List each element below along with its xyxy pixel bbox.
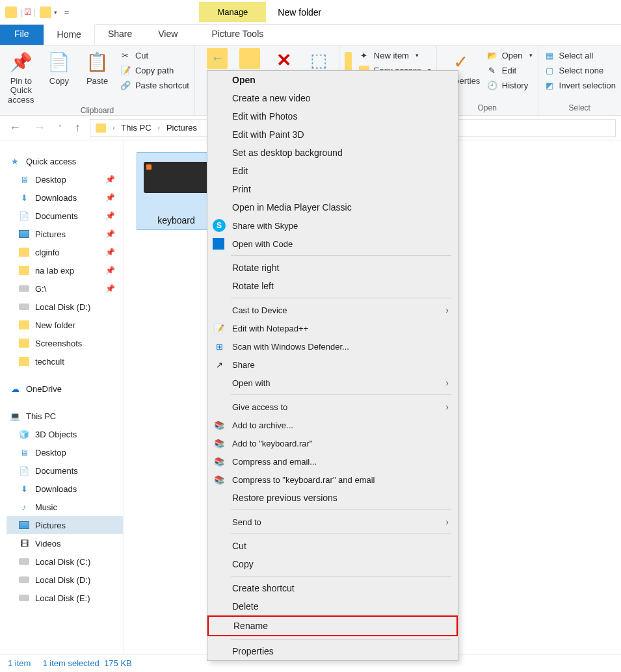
tree-g[interactable]: G:\📌: [7, 279, 123, 298]
tree-nalab[interactable]: na lab exp📌: [7, 261, 123, 279]
ctx-notepad[interactable]: 📝Edit with Notepad++: [207, 319, 458, 337]
shortcut-icon: 🔗: [120, 79, 131, 91]
delete-icon[interactable]: ✕: [272, 48, 295, 71]
recent-dropdown[interactable]: ˅: [55, 124, 66, 131]
tree-onedrive[interactable]: ☁OneDrive: [7, 380, 123, 398]
tree-downloads2[interactable]: ⬇Downloads: [7, 480, 123, 498]
forward-button[interactable]: →: [30, 121, 49, 135]
chevron-right-icon[interactable]: ›: [112, 124, 114, 131]
qat-checkbox-icon[interactable]: ☑: [24, 7, 32, 17]
tree-thispc[interactable]: 💻This PC: [7, 407, 123, 425]
up-button[interactable]: ↑: [71, 121, 85, 135]
ctx-open[interactable]: Open: [207, 71, 458, 89]
quick-access[interactable]: ★Quick access: [7, 152, 123, 170]
edit-button[interactable]: ✎Edit: [486, 64, 533, 76]
tree-documents[interactable]: 📄Documents📌: [7, 207, 123, 225]
share-icon: ↗: [213, 358, 226, 371]
copy-path-button[interactable]: 📝Copy path: [120, 64, 189, 76]
manage-tab[interactable]: Manage: [199, 2, 266, 22]
ctx-create-shortcut[interactable]: Create shortcut: [207, 579, 458, 597]
tree-newfolder[interactable]: New folder: [7, 316, 123, 334]
pin-icon: 📌: [9, 51, 33, 74]
qat-separator: |: [21, 7, 23, 17]
tree-desktop[interactable]: 🖥Desktop📌: [7, 170, 123, 188]
rename-icon[interactable]: ⬚: [307, 48, 330, 71]
tree-techcult[interactable]: techcult: [7, 352, 123, 370]
breadcrumb-pictures[interactable]: Pictures: [166, 123, 197, 133]
grid-empty-icon: ▢: [544, 64, 555, 76]
cut-button[interactable]: ✂Cut: [120, 49, 189, 61]
invert-selection-button[interactable]: ◩Invert selection: [544, 79, 616, 91]
download-icon: ⬇: [18, 192, 30, 203]
file-item-keyboard[interactable]: keyboard: [137, 152, 216, 230]
notepad-icon: 📝: [213, 322, 226, 335]
invert-icon: ◩: [544, 79, 555, 91]
ctx-compress-rar-email[interactable]: 📚Compress to "keyboard.rar" and email: [207, 471, 458, 489]
pin-quick-access-button[interactable]: 📌 Pin to Quick access: [5, 48, 37, 105]
copyto-icon[interactable]: [239, 48, 260, 69]
open-button[interactable]: 📂Open▾: [486, 49, 533, 61]
ctx-share[interactable]: ↗Share: [207, 355, 458, 374]
ctx-cast[interactable]: Cast to Device›: [207, 301, 458, 319]
select-none-button[interactable]: ▢Select none: [544, 64, 616, 76]
share-tab[interactable]: Share: [95, 25, 145, 45]
tree-ldc[interactable]: Local Disk (C:): [7, 552, 123, 571]
new-item-button[interactable]: ✦New item▾: [358, 49, 431, 61]
home-tab[interactable]: Home: [44, 24, 95, 45]
ctx-edit[interactable]: Edit: [207, 162, 458, 180]
ctx-paint3d[interactable]: Edit with Paint 3D: [207, 125, 458, 144]
tree-ldd[interactable]: Local Disk (D:): [7, 298, 123, 316]
ctx-rename[interactable]: Rename: [207, 615, 458, 636]
breadcrumb-thispc[interactable]: This PC: [121, 123, 151, 133]
ctx-skype[interactable]: SShare with Skype: [207, 216, 458, 235]
ctx-restore-versions[interactable]: Restore previous versions: [207, 489, 458, 507]
ctx-code[interactable]: Open with Code: [207, 235, 458, 253]
open-icon: 📂: [486, 49, 498, 61]
tree-lde[interactable]: Local Disk (E:): [7, 589, 123, 607]
tree-pictures2[interactable]: Pictures: [7, 516, 123, 534]
ctx-cut[interactable]: Cut: [207, 537, 458, 555]
ctx-open-with[interactable]: Open with›: [207, 374, 458, 392]
ctx-edit-photos[interactable]: Edit with Photos: [207, 107, 458, 125]
tree-downloads[interactable]: ⬇Downloads📌: [7, 188, 123, 207]
tree-videos[interactable]: 🎞Videos: [7, 534, 123, 552]
ctx-properties[interactable]: Properties: [207, 642, 458, 660]
separator: [231, 534, 451, 534]
tree-ldd2[interactable]: Local Disk (D:): [7, 571, 123, 589]
select-all-button[interactable]: ▦Select all: [544, 49, 616, 61]
ctx-mpc[interactable]: Open in Media Player Classic: [207, 198, 458, 216]
chevron-right-icon[interactable]: ›: [158, 124, 160, 131]
ctx-print[interactable]: Print: [207, 180, 458, 198]
ctx-set-background[interactable]: Set as desktop background: [207, 144, 458, 162]
ctx-compress-email[interactable]: 📚Compress and email...: [207, 452, 458, 471]
ctx-archive[interactable]: 📚Add to archive...: [207, 416, 458, 434]
picture-tools-tab[interactable]: Picture Tools: [198, 25, 276, 45]
ctx-copy[interactable]: Copy: [207, 555, 458, 573]
tree-screenshots[interactable]: Screenshots: [7, 334, 123, 352]
tree-music[interactable]: ♪Music: [7, 498, 123, 516]
qat-dropdown-icon[interactable]: ▾: [54, 9, 60, 16]
ctx-defender[interactable]: ⊞Scan with Windows Defender...: [207, 337, 458, 355]
tree-clginfo[interactable]: clginfo📌: [7, 243, 123, 261]
tree-3dobjects[interactable]: 🧊3D Objects: [7, 425, 123, 443]
ctx-send-to[interactable]: Send to›: [207, 513, 458, 531]
ctx-add-rar[interactable]: 📚Add to "keyboard.rar": [207, 434, 458, 452]
ctx-give-access[interactable]: Give access to›: [207, 398, 458, 416]
copy-button[interactable]: 📄 Copy: [44, 48, 75, 86]
view-tab[interactable]: View: [145, 25, 191, 45]
ctx-rotate-left[interactable]: Rotate left: [207, 277, 458, 295]
tree-documents2[interactable]: 📄Documents: [7, 461, 123, 480]
ctx-delete[interactable]: Delete: [207, 597, 458, 615]
paste-button[interactable]: 📋 Paste: [81, 48, 113, 86]
file-tab[interactable]: File: [0, 25, 44, 45]
paste-shortcut-button[interactable]: 🔗Paste shortcut: [120, 79, 189, 91]
back-button[interactable]: ←: [5, 121, 25, 135]
moveto-icon[interactable]: ←: [207, 48, 228, 69]
ctx-rotate-right[interactable]: Rotate right: [207, 259, 458, 277]
nav-tree[interactable]: ★Quick access 🖥Desktop📌 ⬇Downloads📌 📄Doc…: [0, 140, 124, 654]
new-folder-icon[interactable]: [345, 52, 352, 71]
tree-desktop2[interactable]: 🖥Desktop: [7, 443, 123, 461]
tree-pictures[interactable]: Pictures📌: [7, 225, 123, 243]
ctx-new-video[interactable]: Create a new video: [207, 89, 458, 107]
history-button[interactable]: 🕘History: [486, 79, 533, 91]
